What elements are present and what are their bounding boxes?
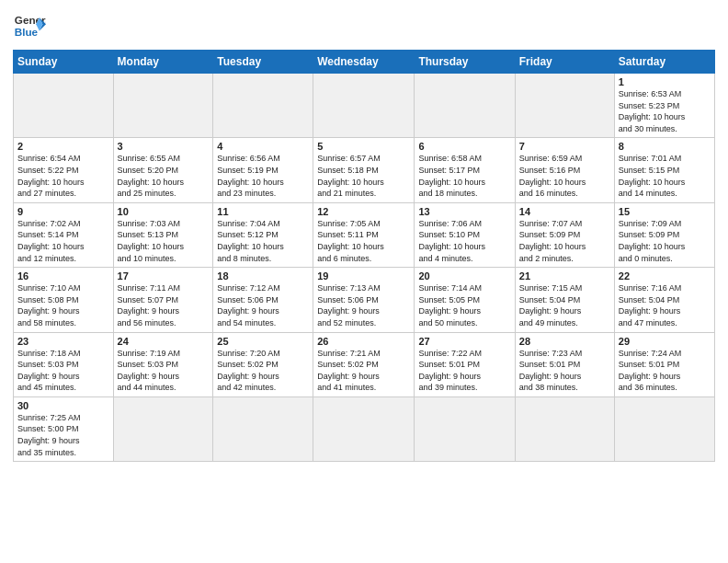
calendar-cell	[113, 74, 213, 138]
day-info: Sunrise: 7:11 AM Sunset: 5:07 PM Dayligh…	[118, 282, 210, 328]
calendar-cell	[213, 396, 313, 461]
logo: General Blue	[13, 9, 46, 42]
calendar-table: SundayMondayTuesdayWednesdayThursdayFrid…	[13, 50, 715, 462]
day-info: Sunrise: 7:13 AM Sunset: 5:06 PM Dayligh…	[317, 282, 410, 328]
calendar-cell: 25Sunrise: 7:20 AM Sunset: 5:02 PM Dayli…	[213, 332, 313, 396]
calendar-cell	[515, 74, 614, 138]
day-info: Sunrise: 7:01 AM Sunset: 5:15 PM Dayligh…	[619, 153, 711, 199]
day-info: Sunrise: 7:14 AM Sunset: 5:05 PM Dayligh…	[418, 282, 510, 328]
day-number: 18	[217, 270, 309, 282]
day-info: Sunrise: 7:21 AM Sunset: 5:02 PM Dayligh…	[317, 348, 410, 394]
calendar-cell: 5Sunrise: 6:57 AM Sunset: 5:18 PM Daylig…	[313, 138, 415, 202]
calendar-cell	[313, 396, 415, 461]
calendar-cell: 24Sunrise: 7:19 AM Sunset: 5:03 PM Dayli…	[113, 332, 213, 396]
calendar-week-5: 23Sunrise: 7:18 AM Sunset: 5:03 PM Dayli…	[14, 332, 715, 396]
day-info: Sunrise: 7:24 AM Sunset: 5:01 PM Dayligh…	[619, 348, 711, 394]
day-info: Sunrise: 6:56 AM Sunset: 5:19 PM Dayligh…	[217, 153, 309, 199]
day-info: Sunrise: 7:06 AM Sunset: 5:10 PM Dayligh…	[418, 218, 510, 264]
day-info: Sunrise: 7:02 AM Sunset: 5:14 PM Dayligh…	[17, 218, 109, 264]
header: General Blue	[13, 9, 715, 42]
calendar-cell	[14, 74, 114, 138]
calendar-cell	[313, 74, 415, 138]
day-number: 7	[519, 141, 610, 152]
day-number: 24	[118, 336, 210, 347]
day-number: 8	[619, 141, 711, 152]
calendar-cell: 10Sunrise: 7:03 AM Sunset: 5:13 PM Dayli…	[113, 202, 213, 267]
calendar-week-1: 1Sunrise: 6:53 AM Sunset: 5:23 PM Daylig…	[14, 74, 715, 138]
day-number: 1	[619, 76, 711, 87]
svg-text:Blue: Blue	[15, 26, 39, 38]
day-info: Sunrise: 6:59 AM Sunset: 5:16 PM Dayligh…	[519, 153, 610, 199]
day-number: 23	[17, 336, 109, 347]
calendar-cell: 19Sunrise: 7:13 AM Sunset: 5:06 PM Dayli…	[313, 268, 415, 332]
calendar-cell: 22Sunrise: 7:16 AM Sunset: 5:04 PM Dayli…	[614, 268, 714, 332]
calendar-cell: 7Sunrise: 6:59 AM Sunset: 5:16 PM Daylig…	[515, 138, 614, 202]
weekday-header-sunday: Sunday	[14, 51, 114, 74]
day-number: 25	[217, 336, 309, 347]
day-number: 26	[317, 336, 410, 347]
calendar-week-2: 2Sunrise: 6:54 AM Sunset: 5:22 PM Daylig…	[14, 138, 715, 202]
day-number: 28	[519, 336, 610, 347]
day-info: Sunrise: 7:07 AM Sunset: 5:09 PM Dayligh…	[519, 218, 610, 264]
day-info: Sunrise: 6:53 AM Sunset: 5:23 PM Dayligh…	[619, 88, 711, 134]
day-number: 16	[17, 270, 109, 282]
day-number: 15	[619, 206, 711, 217]
day-info: Sunrise: 7:22 AM Sunset: 5:01 PM Dayligh…	[418, 348, 510, 394]
day-number: 21	[519, 270, 610, 282]
calendar-cell: 11Sunrise: 7:04 AM Sunset: 5:12 PM Dayli…	[213, 202, 313, 267]
day-info: Sunrise: 7:15 AM Sunset: 5:04 PM Dayligh…	[519, 282, 610, 328]
calendar-cell: 28Sunrise: 7:23 AM Sunset: 5:01 PM Dayli…	[515, 332, 614, 396]
day-info: Sunrise: 7:04 AM Sunset: 5:12 PM Dayligh…	[217, 218, 309, 264]
calendar-cell	[415, 396, 515, 461]
weekday-header-friday: Friday	[515, 51, 614, 74]
day-number: 5	[317, 141, 410, 152]
calendar-cell: 8Sunrise: 7:01 AM Sunset: 5:15 PM Daylig…	[614, 138, 714, 202]
weekday-header-row: SundayMondayTuesdayWednesdayThursdayFrid…	[14, 51, 715, 74]
calendar-cell: 1Sunrise: 6:53 AM Sunset: 5:23 PM Daylig…	[614, 74, 714, 138]
day-number: 2	[17, 141, 109, 152]
day-info: Sunrise: 7:20 AM Sunset: 5:02 PM Dayligh…	[217, 348, 309, 394]
calendar-cell: 17Sunrise: 7:11 AM Sunset: 5:07 PM Dayli…	[113, 268, 213, 332]
day-info: Sunrise: 7:23 AM Sunset: 5:01 PM Dayligh…	[519, 348, 610, 394]
day-info: Sunrise: 7:03 AM Sunset: 5:13 PM Dayligh…	[118, 218, 210, 264]
calendar-cell: 14Sunrise: 7:07 AM Sunset: 5:09 PM Dayli…	[515, 202, 614, 267]
calendar-cell: 13Sunrise: 7:06 AM Sunset: 5:10 PM Dayli…	[415, 202, 515, 267]
calendar-cell	[113, 396, 213, 461]
calendar-cell: 12Sunrise: 7:05 AM Sunset: 5:11 PM Dayli…	[313, 202, 415, 267]
calendar-cell	[614, 396, 714, 461]
day-number: 17	[118, 270, 210, 282]
page: General Blue SundayMondayTuesdayWednesda…	[0, 0, 728, 563]
calendar-cell: 20Sunrise: 7:14 AM Sunset: 5:05 PM Dayli…	[415, 268, 515, 332]
day-info: Sunrise: 7:05 AM Sunset: 5:11 PM Dayligh…	[317, 218, 410, 264]
day-info: Sunrise: 6:58 AM Sunset: 5:17 PM Dayligh…	[418, 153, 510, 199]
day-info: Sunrise: 7:12 AM Sunset: 5:06 PM Dayligh…	[217, 282, 309, 328]
day-number: 22	[619, 270, 711, 282]
day-number: 10	[118, 206, 210, 217]
weekday-header-tuesday: Tuesday	[213, 51, 313, 74]
day-number: 6	[418, 141, 510, 152]
day-info: Sunrise: 7:16 AM Sunset: 5:04 PM Dayligh…	[619, 282, 711, 328]
weekday-header-monday: Monday	[113, 51, 213, 74]
calendar-cell: 26Sunrise: 7:21 AM Sunset: 5:02 PM Dayli…	[313, 332, 415, 396]
weekday-header-wednesday: Wednesday	[313, 51, 415, 74]
day-info: Sunrise: 6:54 AM Sunset: 5:22 PM Dayligh…	[17, 153, 109, 199]
day-number: 4	[217, 141, 309, 152]
calendar-cell	[213, 74, 313, 138]
calendar-cell: 6Sunrise: 6:58 AM Sunset: 5:17 PM Daylig…	[415, 138, 515, 202]
calendar-cell: 21Sunrise: 7:15 AM Sunset: 5:04 PM Dayli…	[515, 268, 614, 332]
day-number: 13	[418, 206, 510, 217]
calendar-cell: 4Sunrise: 6:56 AM Sunset: 5:19 PM Daylig…	[213, 138, 313, 202]
day-number: 14	[519, 206, 610, 217]
calendar-cell: 23Sunrise: 7:18 AM Sunset: 5:03 PM Dayli…	[14, 332, 114, 396]
day-number: 9	[17, 206, 109, 217]
day-number: 12	[317, 206, 410, 217]
calendar-cell: 15Sunrise: 7:09 AM Sunset: 5:09 PM Dayli…	[614, 202, 714, 267]
calendar-cell: 27Sunrise: 7:22 AM Sunset: 5:01 PM Dayli…	[415, 332, 515, 396]
day-number: 11	[217, 206, 309, 217]
calendar-cell: 9Sunrise: 7:02 AM Sunset: 5:14 PM Daylig…	[14, 202, 114, 267]
day-info: Sunrise: 6:57 AM Sunset: 5:18 PM Dayligh…	[317, 153, 410, 199]
calendar-cell	[515, 396, 614, 461]
day-info: Sunrise: 7:18 AM Sunset: 5:03 PM Dayligh…	[17, 348, 109, 394]
calendar-cell: 29Sunrise: 7:24 AM Sunset: 5:01 PM Dayli…	[614, 332, 714, 396]
calendar-week-3: 9Sunrise: 7:02 AM Sunset: 5:14 PM Daylig…	[14, 202, 715, 267]
